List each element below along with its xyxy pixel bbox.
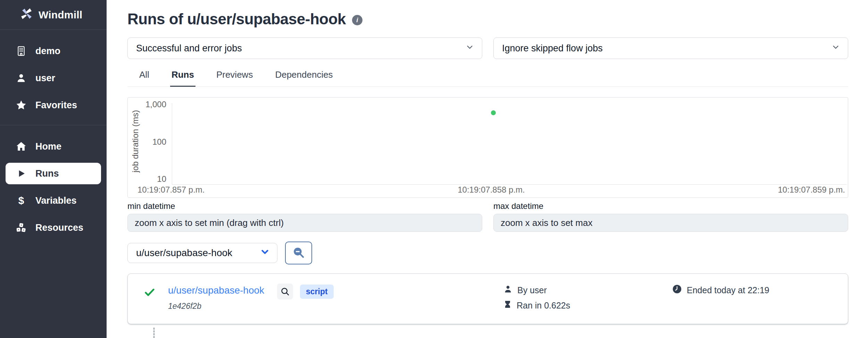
check-icon [144, 286, 156, 299]
tab-all[interactable]: All [138, 66, 151, 87]
y-tick: 10 [157, 174, 166, 184]
run-list-item[interactable]: u/user/supabase-hook script 1e426f2b By … [127, 273, 848, 324]
y-axis-line [172, 103, 172, 185]
sidebar-item-label: Resources [35, 222, 83, 233]
search-minus-button[interactable] [285, 242, 312, 264]
y-axis-label-wrap: job duration (ms) [128, 98, 143, 185]
sidebar-item-label: Runs [35, 168, 59, 179]
play-icon [15, 168, 27, 179]
run-duration-text: Ran in 0.622s [517, 301, 570, 311]
page-title: Runs of u/user/supabase-hook [127, 10, 346, 28]
x-tick: 10:19:07.857 p.m. [137, 185, 205, 195]
sidebar-item-user[interactable]: user [0, 65, 107, 92]
datetime-filters-row: min datetime max datetime [127, 201, 848, 232]
duration-chart[interactable]: job duration (ms) 1,000 100 10 10:19:07.… [127, 97, 848, 198]
chevron-down-icon [831, 43, 840, 54]
sidebar: Windmill demo [0, 0, 107, 338]
run-ended-text: Ended today at 22:19 [687, 285, 769, 295]
hourglass-icon [503, 299, 512, 311]
sidebar-item-label: Variables [35, 195, 77, 206]
sidebar-item-label: Favorites [35, 100, 77, 111]
flow-jobs-select-value: Ignore skipped flow jobs [502, 43, 603, 54]
chevron-down-icon [260, 247, 270, 260]
min-datetime-label: min datetime [127, 201, 482, 211]
run-search-button[interactable] [277, 284, 293, 299]
sidebar-item-label: demo [35, 46, 60, 57]
flow-jobs-select[interactable]: Ignore skipped flow jobs [493, 37, 848, 59]
run-duration-meta: Ran in 0.622s [503, 299, 570, 311]
sidebar-item-label: Home [35, 141, 61, 152]
clock-icon [672, 284, 682, 296]
min-datetime-col: min datetime [127, 201, 482, 232]
run-by-meta: By user [503, 284, 547, 296]
run-path-link[interactable]: u/user/supabase-hook [168, 285, 264, 296]
search-minus-icon [292, 246, 306, 261]
run-kind-badge: script [300, 285, 334, 299]
x-tick: 10:19:07.859 p.m. [778, 185, 845, 195]
max-datetime-label: max datetime [493, 201, 848, 211]
x-tick: 10:19:07.858 p.m. [458, 185, 525, 195]
max-datetime-input[interactable] [493, 214, 848, 232]
info-icon[interactable]: i [352, 15, 362, 25]
dollar-icon: $ [15, 195, 27, 206]
timeline-dashed-connector [153, 328, 155, 338]
windmill-runs-page: Windmill demo [0, 0, 868, 338]
tab-dependencies[interactable]: Dependencies [274, 66, 334, 87]
run-data-point[interactable] [491, 110, 496, 115]
sidebar-item-favorites[interactable]: Favorites [0, 92, 107, 119]
y-axis-label: job duration (ms) [131, 110, 140, 172]
cubes-icon [15, 222, 27, 233]
job-filters-row: Successful and error jobs Ignore skipped… [127, 37, 848, 59]
script-path-value: u/user/supabase-hook [136, 247, 232, 259]
star-icon [15, 100, 27, 111]
script-path-select[interactable]: u/user/supabase-hook [127, 243, 277, 263]
kind-tabs: All Runs Previews Dependencies [127, 66, 848, 87]
brand-header[interactable]: Windmill [0, 0, 107, 30]
workspace-section: demo user Favorites [0, 30, 107, 125]
windmill-logo-icon [19, 7, 34, 23]
sidebar-item-resources[interactable]: Resources [0, 214, 107, 241]
sidebar-item-home[interactable]: Home [0, 133, 107, 160]
nav-section: Home Runs $ Variables [0, 125, 107, 247]
path-filter-row: u/user/supabase-hook [127, 242, 848, 264]
title-row: Runs of u/user/supabase-hook i [127, 10, 848, 28]
sidebar-item-workspace[interactable]: demo [0, 37, 107, 65]
run-ended-meta: Ended today at 22:19 [672, 284, 769, 296]
max-datetime-col: max datetime [493, 201, 848, 232]
sidebar-item-label: user [35, 73, 55, 84]
run-id: 1e426f2b [168, 302, 201, 311]
main-content: Runs of u/user/supabase-hook i Successfu… [107, 0, 868, 338]
y-tick: 1,000 [145, 100, 166, 109]
x-axis-ticks: 10:19:07.857 p.m. 10:19:07.858 p.m. 10:1… [137, 185, 845, 195]
home-icon [15, 141, 27, 152]
sidebar-item-runs[interactable]: Runs [6, 163, 101, 184]
run-by-text: By user [517, 285, 547, 295]
job-status-select[interactable]: Successful and error jobs [127, 37, 482, 59]
brand-name: Windmill [39, 9, 82, 21]
min-datetime-input[interactable] [127, 214, 482, 232]
tab-runs[interactable]: Runs [170, 66, 195, 87]
job-status-select-value: Successful and error jobs [136, 43, 242, 54]
chevron-down-icon [465, 43, 474, 54]
user-icon [503, 284, 512, 296]
tab-previews[interactable]: Previews [215, 66, 254, 87]
x-axis-line [172, 184, 846, 185]
y-tick: 100 [152, 137, 166, 147]
user-icon [15, 73, 27, 84]
building-icon [15, 45, 27, 57]
sidebar-item-variables[interactable]: $ Variables [0, 187, 107, 214]
